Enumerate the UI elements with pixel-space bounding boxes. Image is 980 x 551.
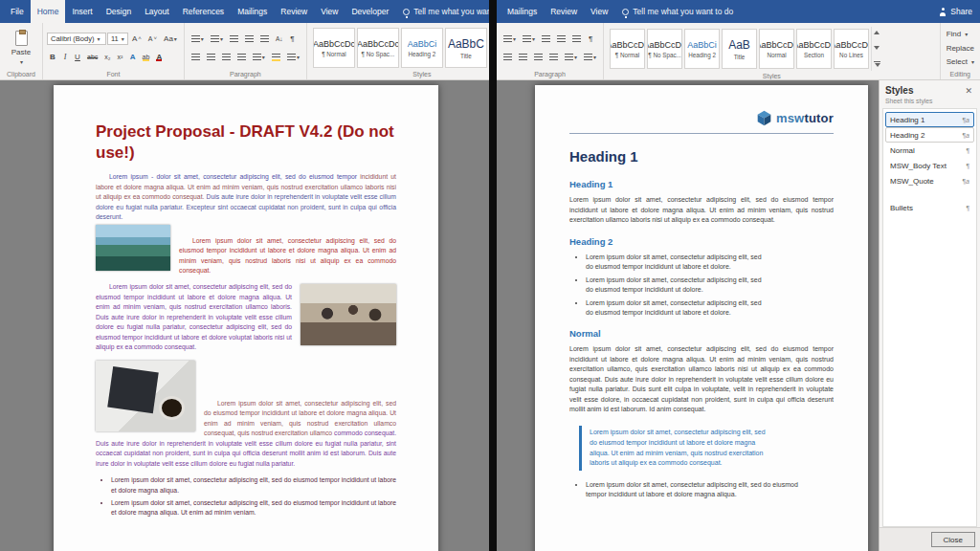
bullet-list-button[interactable]: ▾	[189, 33, 207, 45]
line-spacing-button[interactable]: ▾	[562, 51, 580, 63]
style-card-no-lines[interactable]: AaBbCcDc No Lines	[834, 29, 869, 69]
close-button[interactable]: Close	[931, 532, 975, 547]
style-type-icon: ¶a	[962, 117, 969, 123]
tablet-shape	[107, 365, 158, 412]
list-item: Lorem ipsum dolor sit amet, consectetur …	[111, 475, 396, 495]
tab-design[interactable]: Design	[100, 0, 138, 23]
find-button[interactable]: Find▾	[945, 28, 976, 40]
shrink-font-button[interactable]: A˅	[145, 33, 160, 45]
numbered-list-button[interactable]: ▾	[520, 33, 538, 45]
style-card-no-spacing[interactable]: AaBbCcDc ¶ No Spac...	[357, 28, 399, 68]
align-left-button[interactable]	[189, 51, 203, 63]
style-card-title[interactable]: AaBbC Title	[445, 28, 487, 68]
change-case-button[interactable]: Aa▾	[161, 33, 180, 45]
style-label: Section	[804, 52, 824, 58]
decrease-indent-button[interactable]	[554, 33, 568, 45]
tab-home[interactable]: Home	[31, 0, 66, 23]
style-item-bullets[interactable]: Bullets ¶	[885, 200, 974, 215]
show-formatting-button[interactable]: ¶	[286, 33, 298, 45]
chevron-down-icon: ▾	[262, 54, 265, 60]
borders-button[interactable]: ▾	[581, 51, 599, 63]
style-item-msw-quote[interactable]: MSW_Quote ¶a	[885, 173, 974, 188]
subscript-button[interactable]: x₂	[101, 51, 113, 63]
superscript-button[interactable]: x²	[115, 51, 126, 63]
tab-mailings[interactable]: Mailings	[501, 0, 544, 23]
style-card-no-spacing[interactable]: AaBbCcDc ¶ No Spac...	[647, 29, 682, 69]
font-group: Calibri (Body) ▾ 11 ▾ A˄ A˅ Aa▾ B I U ab…	[43, 23, 185, 79]
line-spacing-button[interactable]: ▾	[250, 51, 268, 63]
increase-indent-button[interactable]	[257, 33, 272, 45]
style-item-msw-body-text[interactable]: MSW_Body Text ¶	[885, 158, 974, 173]
font-size-combobox[interactable]: 11 ▾	[107, 33, 128, 45]
align-right-button[interactable]	[531, 51, 546, 63]
tab-review[interactable]: Review	[274, 0, 314, 23]
right-page[interactable]: mswtutor Heading 1 Heading 1 Lorem ipsum…	[535, 85, 868, 551]
paste-button[interactable]: Paste ▾	[4, 31, 38, 65]
image-text-block-1: Lorem ipsum dolor sit amet, consectetur …	[96, 223, 396, 276]
lake-photo[interactable]	[96, 225, 170, 271]
desk-photo[interactable]	[96, 361, 195, 431]
tell-me-box[interactable]: Tell me what you want to do	[614, 0, 741, 23]
sort-button[interactable]: A↓	[273, 33, 286, 45]
style-item-heading1[interactable]: Heading 1 ¶a	[885, 112, 974, 127]
tab-file[interactable]: File	[4, 0, 31, 23]
align-left-button[interactable]	[501, 51, 515, 63]
show-formatting-button[interactable]: ¶	[585, 33, 596, 45]
meeting-photo[interactable]	[301, 284, 396, 345]
tab-view[interactable]: View	[314, 0, 345, 23]
style-card-title[interactable]: AaB Title	[722, 29, 757, 69]
style-card-section[interactable]: AaBbCcDc Section	[796, 29, 832, 69]
align-center-button[interactable]	[204, 51, 218, 63]
justify-button[interactable]	[234, 51, 249, 63]
style-item-heading2[interactable]: Heading 2 ¶a	[885, 127, 974, 143]
align-center-button[interactable]	[516, 51, 530, 63]
tab-view[interactable]: View	[584, 0, 614, 23]
italic-button[interactable]: I	[59, 51, 71, 63]
lightbulb-icon	[403, 9, 410, 15]
share-button[interactable]: Share	[931, 0, 980, 23]
multilevel-list-button[interactable]	[227, 33, 241, 45]
style-preview: AaBbCcDc	[759, 40, 794, 50]
chevron-down-icon: ▾	[532, 35, 535, 42]
gallery-scroll-down-icon[interactable]	[874, 46, 880, 50]
select-button[interactable]: Select▾	[945, 55, 976, 68]
numbered-list-button[interactable]: ▾	[208, 33, 226, 45]
strikethrough-button[interactable]: abc	[84, 51, 100, 63]
gallery-scroll-up-icon[interactable]	[874, 31, 880, 34]
justify-button[interactable]	[546, 51, 561, 63]
grow-font-button[interactable]: A˄	[129, 33, 145, 45]
header-rule	[569, 133, 834, 134]
font-color-button[interactable]: A	[153, 51, 165, 63]
shading-button[interactable]	[269, 51, 283, 63]
left-page[interactable]: Project Proposal - DRAFT V4.2 (Do not us…	[54, 85, 438, 551]
increase-indent-icon	[572, 35, 581, 42]
style-card-normal-2[interactable]: AaBbCcDc Normal	[759, 29, 794, 69]
chevron-down-icon: ▾	[122, 35, 124, 42]
tab-layout[interactable]: Layout	[138, 0, 176, 23]
gallery-more-icon[interactable]	[874, 61, 880, 67]
style-card-normal[interactable]: AaBbCcDc ¶ Normal	[610, 29, 645, 69]
style-card-heading2[interactable]: AaBbCi Heading 2	[401, 28, 443, 68]
style-card-normal[interactable]: AaBbCcDc ¶ Normal	[313, 28, 355, 68]
highlight-color-button[interactable]: ab	[140, 51, 153, 63]
close-icon[interactable]: ✕	[963, 86, 974, 96]
text-effects-button[interactable]: A	[127, 51, 139, 63]
tell-me-box[interactable]: Tell me what you want to do	[395, 0, 489, 23]
align-right-button[interactable]	[219, 51, 234, 63]
font-name-combobox[interactable]: Calibri (Body) ▾	[47, 33, 106, 45]
tab-insert[interactable]: Insert	[65, 0, 99, 23]
style-card-heading2[interactable]: AaBbCi Heading 2	[684, 29, 720, 69]
increase-indent-button[interactable]	[569, 33, 584, 45]
multilevel-list-button[interactable]	[539, 33, 553, 45]
style-item-normal[interactable]: Normal ¶	[885, 143, 974, 158]
tab-mailings[interactable]: Mailings	[231, 0, 274, 23]
replace-button[interactable]: Replace	[945, 42, 976, 55]
underline-button[interactable]: U	[72, 51, 83, 63]
bullet-list-button[interactable]: ▾	[501, 33, 519, 45]
decrease-indent-button[interactable]	[242, 33, 256, 45]
tab-review[interactable]: Review	[544, 0, 584, 23]
tab-developer[interactable]: Developer	[345, 0, 395, 23]
tab-references[interactable]: References	[176, 0, 231, 23]
borders-button[interactable]: ▾	[284, 51, 302, 63]
bold-button[interactable]: B	[47, 51, 58, 63]
